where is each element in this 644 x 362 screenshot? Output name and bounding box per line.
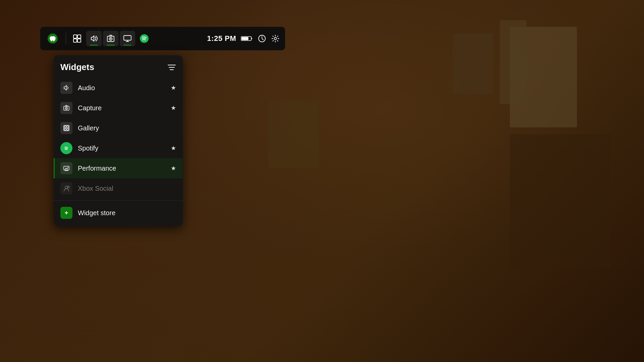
svg-rect-25 (64, 128, 66, 130)
svg-rect-21 (66, 106, 67, 107)
spotify-icon (60, 142, 72, 154)
performance-label: Performance (78, 165, 165, 172)
settings-button[interactable] (271, 34, 280, 43)
svg-rect-12 (242, 37, 249, 40)
widget-item-capture[interactable]: Capture ★ (54, 98, 183, 118)
svg-point-20 (66, 108, 67, 109)
widgets-filter-button[interactable] (167, 64, 176, 71)
performance-icon (60, 162, 72, 174)
display-button[interactable] (120, 31, 135, 46)
widget-item-audio[interactable]: Audio ★ (54, 78, 183, 98)
spotify-star[interactable]: ★ (171, 144, 176, 152)
spotify-button[interactable] (137, 31, 152, 46)
gallery-icon (60, 122, 72, 134)
widget-item-xbox-social[interactable]: Xbox Social (54, 178, 183, 198)
widgets-header: Widgets (54, 62, 183, 78)
svg-rect-1 (73, 35, 77, 38)
gallery-label: Gallery (78, 124, 176, 132)
display-active-indicator (123, 45, 131, 46)
topbar: 1:25 PM (40, 27, 285, 50)
svg-rect-2 (77, 35, 81, 38)
xbox-social-icon (60, 182, 72, 194)
widgets-panel: Widgets Audio ★ (54, 55, 183, 226)
svg-point-29 (65, 186, 68, 189)
audio-icon (60, 82, 72, 94)
svg-point-14 (274, 38, 277, 40)
svg-rect-3 (73, 39, 77, 42)
capture-star[interactable]: ★ (171, 104, 176, 112)
widgets-title: Widgets (60, 62, 94, 72)
svg-rect-23 (64, 126, 66, 128)
svg-rect-24 (67, 126, 68, 128)
capture-icon (60, 102, 72, 114)
battery-icon (241, 36, 253, 42)
widget-item-store[interactable]: Widget store (54, 203, 183, 223)
volume-active-indicator (90, 45, 98, 46)
capture-button[interactable] (103, 31, 118, 46)
controller-icon (258, 34, 266, 43)
svg-rect-26 (67, 128, 68, 130)
svg-point-7 (110, 38, 111, 40)
topbar-divider (66, 33, 66, 45)
capture-label: Capture (78, 104, 165, 112)
svg-rect-9 (124, 36, 131, 40)
widget-store-icon (60, 207, 72, 219)
volume-button[interactable] (86, 31, 102, 46)
widget-list-separator (54, 200, 183, 201)
widget-item-gallery[interactable]: Gallery (54, 118, 183, 138)
xbox-logo-button[interactable] (46, 32, 60, 46)
widget-item-spotify[interactable]: Spotify ★ (54, 138, 183, 158)
spotify-label: Spotify (78, 144, 165, 152)
snap-button[interactable] (69, 31, 85, 46)
audio-star[interactable]: ★ (171, 84, 176, 92)
audio-label: Audio (78, 84, 165, 92)
widget-store-label: Widget store (78, 209, 176, 217)
clock: 1:25 PM (207, 34, 236, 43)
topbar-time-section: 1:25 PM (207, 34, 280, 43)
performance-star[interactable]: ★ (171, 165, 176, 172)
capture-active-indicator (107, 45, 115, 46)
widget-list: Audio ★ Capture ★ (54, 78, 183, 223)
xbox-social-label: Xbox Social (78, 185, 176, 192)
widget-item-performance[interactable]: Performance ★ (54, 158, 183, 178)
svg-rect-4 (77, 39, 81, 42)
svg-rect-8 (110, 35, 112, 36)
